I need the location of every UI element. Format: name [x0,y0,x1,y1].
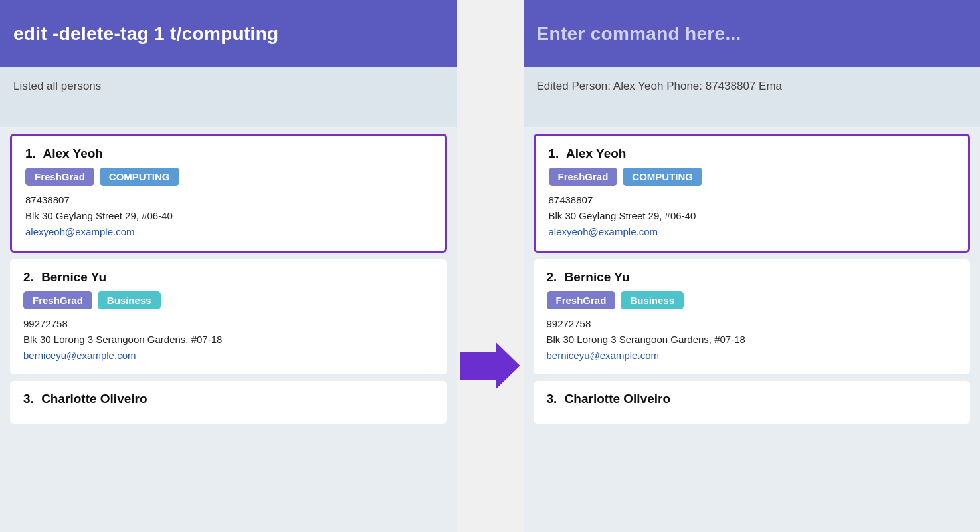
right-panel: Enter command here... Edited Person: Ale… [524,0,981,532]
left-person-email-2: berniceyu@example.com [23,348,434,364]
left-tag-business-2: Business [98,291,161,309]
left-person-num-1: 1. [25,146,36,160]
left-person-num-2: 2. [23,270,34,284]
right-person-phone-1: 87438807 [549,192,955,208]
left-tag-computing-1: COMPUTING [100,168,179,186]
left-person-card-2[interactable]: 2. Bernice Yu FreshGrad Business 9927275… [10,259,447,374]
right-person-card-2[interactable]: 2. Bernice Yu FreshGrad Business 9927275… [534,259,971,374]
right-person-tags-1: FreshGrad COMPUTING [549,168,955,186]
right-person-fullname-1: Alex Yeoh [566,146,626,160]
right-person-num-3: 3. [547,392,557,406]
left-person-tags-1: FreshGrad COMPUTING [25,168,432,186]
left-tag-freshgrad-2: FreshGrad [23,291,92,309]
right-person-address-2: Blk 30 Lorong 3 Serangoon Gardens, #07-1… [547,332,957,348]
right-arrow-icon [460,342,520,389]
left-panel: edit -delete-tag 1 t/computing Listed al… [0,0,457,532]
left-person-address-1: Blk 30 Geylang Street 29, #06-40 [25,208,432,224]
right-person-num-1: 1. [549,146,559,160]
right-person-name-3: 3. Charlotte Oliveiro [547,392,957,406]
left-person-list: 1. Alex Yeoh FreshGrad COMPUTING 8743880… [0,127,457,532]
right-command-text: Enter command here... [537,23,741,45]
arrow-container [457,0,524,532]
right-status-text: Edited Person: Alex Yeoh Phone: 87438807… [537,78,783,95]
right-person-details-1: 87438807 Blk 30 Geylang Street 29, #06-4… [549,192,955,240]
right-person-tags-2: FreshGrad Business [547,291,957,309]
left-command-text: edit -delete-tag 1 t/computing [13,23,278,45]
right-tag-business-2: Business [621,291,684,309]
right-person-fullname-2: Bernice Yu [565,270,630,284]
left-person-details-2: 99272758 Blk 30 Lorong 3 Serangoon Garde… [23,316,434,364]
left-person-fullname-3: Charlotte Oliveiro [41,392,147,406]
left-tag-freshgrad-1: FreshGrad [25,168,94,186]
left-person-card-1[interactable]: 1. Alex Yeoh FreshGrad COMPUTING 8743880… [10,134,447,253]
right-person-card-3[interactable]: 3. Charlotte Oliveiro [534,381,971,424]
right-status-bar: Edited Person: Alex Yeoh Phone: 87438807… [524,67,981,127]
left-person-address-2: Blk 30 Lorong 3 Serangoon Gardens, #07-1… [23,332,434,348]
left-person-card-3[interactable]: 3. Charlotte Oliveiro [10,381,447,424]
left-command-bar[interactable]: edit -delete-tag 1 t/computing [0,0,457,67]
right-person-fullname-3: Charlotte Oliveiro [565,392,670,406]
left-status-text: Listed all persons [13,78,101,95]
left-person-fullname-2: Bernice Yu [41,270,106,284]
left-person-details-1: 87438807 Blk 30 Geylang Street 29, #06-4… [25,192,432,240]
right-person-name-1: 1. Alex Yeoh [549,146,955,161]
right-person-name-2: 2. Bernice Yu [547,270,957,285]
left-person-email-1: alexyeoh@example.com [25,224,432,240]
left-person-tags-2: FreshGrad Business [23,291,434,309]
right-person-address-1: Blk 30 Geylang Street 29, #06-40 [549,208,955,224]
right-command-bar[interactable]: Enter command here... [524,0,981,67]
left-person-num-3: 3. [23,392,34,406]
right-person-list: 1. Alex Yeoh FreshGrad COMPUTING 8743880… [524,127,981,532]
right-person-card-1[interactable]: 1. Alex Yeoh FreshGrad COMPUTING 8743880… [534,134,971,253]
left-person-phone-2: 99272758 [23,316,434,332]
right-person-details-2: 99272758 Blk 30 Lorong 3 Serangoon Garde… [547,316,957,364]
left-person-name-2: 2. Bernice Yu [23,270,434,285]
left-status-bar: Listed all persons [0,67,457,127]
left-person-name-3: 3. Charlotte Oliveiro [23,392,434,406]
right-tag-computing-1: COMPUTING [623,168,702,186]
right-tag-freshgrad-2: FreshGrad [547,291,616,309]
right-tag-freshgrad-1: FreshGrad [549,168,618,186]
right-person-phone-2: 99272758 [547,316,957,332]
left-person-phone-1: 87438807 [25,192,432,208]
right-person-email-1: alexyeoh@example.com [549,224,955,240]
left-person-name-1: 1. Alex Yeoh [25,146,432,161]
left-person-fullname-1: Alex Yeoh [43,146,102,160]
right-person-num-2: 2. [547,270,557,284]
right-person-email-2: berniceyu@example.com [547,348,957,364]
